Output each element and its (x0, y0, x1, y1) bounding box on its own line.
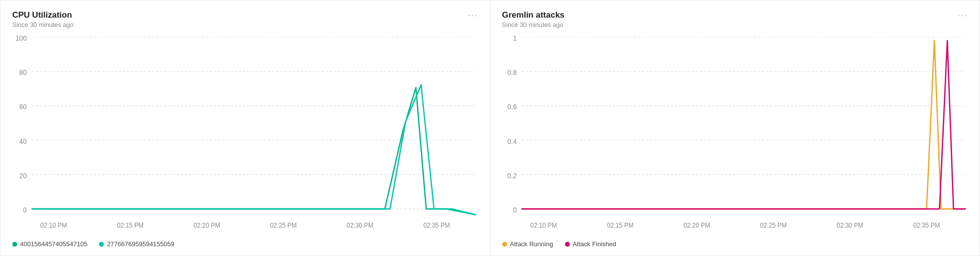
cpu-panel-title: CPU Utilization (12, 10, 74, 20)
cpu-chart: 100 80 60 40 20 0 02:10 PM 02:15 PM 02:2… (12, 30, 478, 236)
gremlin-panel-menu[interactable]: ··· (957, 10, 968, 21)
svg-text:0.8: 0.8 (507, 69, 516, 77)
svg-text:02:10 PM: 02:10 PM (40, 222, 67, 230)
svg-text:60: 60 (19, 103, 26, 111)
svg-text:02:30 PM: 02:30 PM (836, 222, 863, 230)
svg-text:40: 40 (19, 137, 26, 145)
attack-finished-label: Attack Finished (573, 240, 616, 248)
svg-text:02:25 PM: 02:25 PM (760, 222, 786, 230)
cpu-legend-label-1: 4001564457405547105 (20, 240, 87, 248)
cpu-legend-label-2: 2776676959594155059 (107, 240, 174, 248)
svg-text:0: 0 (23, 206, 27, 214)
svg-text:0.4: 0.4 (507, 137, 516, 145)
svg-text:0.2: 0.2 (507, 171, 516, 180)
svg-text:02:20 PM: 02:20 PM (683, 222, 710, 230)
cpu-legend-item-1: 4001564457405547105 (12, 240, 87, 248)
gremlin-chart: 1 0.8 0.6 0.4 0.2 0 02:10 PM 02:15 PM 02… (502, 30, 968, 236)
svg-text:0.6: 0.6 (507, 103, 516, 111)
cpu-legend: 4001564457405547105 2776676959594155059 (12, 236, 478, 248)
svg-text:80: 80 (19, 69, 26, 77)
cpu-panel-title-area: CPU Utilization Since 30 minutes ago (12, 10, 74, 28)
cpu-panel: CPU Utilization Since 30 minutes ago ···… (0, 0, 490, 256)
svg-text:02:15 PM: 02:15 PM (117, 222, 144, 230)
attack-running-dot (502, 242, 507, 247)
svg-text:02:30 PM: 02:30 PM (347, 222, 373, 230)
cpu-panel-subtitle: Since 30 minutes ago (12, 21, 74, 28)
attack-running-label: Attack Running (510, 240, 553, 248)
svg-text:02:25 PM: 02:25 PM (270, 222, 296, 230)
cpu-chart-area: 100 80 60 40 20 0 02:10 PM 02:15 PM 02:2… (12, 30, 478, 248)
gremlin-panel-header: Gremlin attacks Since 30 minutes ago ··· (502, 10, 968, 28)
cpu-panel-header: CPU Utilization Since 30 minutes ago ··· (12, 10, 478, 28)
cpu-legend-dot-1 (12, 242, 17, 247)
cpu-legend-dot-2 (99, 242, 104, 247)
cpu-legend-item-2: 2776676959594155059 (99, 240, 174, 248)
svg-text:02:20 PM: 02:20 PM (194, 222, 220, 230)
svg-text:20: 20 (19, 171, 26, 180)
gremlin-legend-item-2: Attack Finished (565, 240, 616, 248)
gremlin-panel-subtitle: Since 30 minutes ago (502, 21, 565, 28)
gremlin-panel: Gremlin attacks Since 30 minutes ago ···… (490, 0, 980, 256)
gremlin-panel-title-area: Gremlin attacks Since 30 minutes ago (502, 10, 565, 28)
svg-text:02:15 PM: 02:15 PM (607, 222, 633, 230)
svg-text:1: 1 (513, 34, 516, 42)
gremlin-legend-item-1: Attack Running (502, 240, 553, 248)
attack-finished-dot (565, 242, 570, 247)
svg-text:100: 100 (16, 34, 27, 42)
svg-text:0: 0 (513, 206, 516, 214)
gremlin-panel-title: Gremlin attacks (502, 10, 565, 20)
cpu-panel-menu[interactable]: ··· (467, 10, 478, 21)
svg-text:02:35 PM: 02:35 PM (913, 222, 939, 230)
gremlin-chart-area: 1 0.8 0.6 0.4 0.2 0 02:10 PM 02:15 PM 02… (502, 30, 968, 248)
svg-text:02:35 PM: 02:35 PM (423, 222, 450, 230)
gremlin-legend: Attack Running Attack Finished (502, 236, 968, 248)
svg-text:02:10 PM: 02:10 PM (530, 222, 557, 230)
